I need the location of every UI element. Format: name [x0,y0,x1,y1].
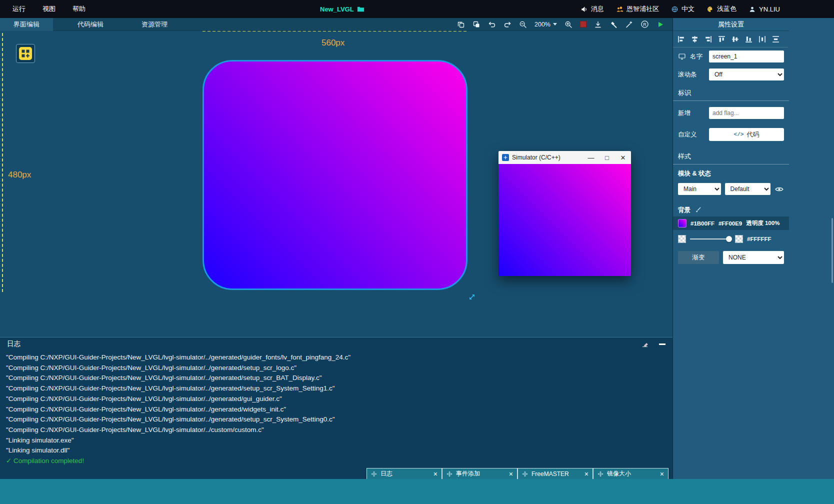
user-icon [748,6,756,13]
dock-tab[interactable]: 镜像大小 × [593,468,668,479]
toolbar-actions: 200% [457,20,672,28]
simulator-titlebar[interactable]: Simulator (C/C++) — □ ✕ [498,151,631,164]
opacity-slider[interactable] [690,238,731,240]
zoom-out-icon[interactable] [519,20,527,28]
state-select[interactable]: Default [725,183,771,195]
copy-icon[interactable] [457,20,465,28]
code-button[interactable]: </> 代码 [709,128,784,141]
dock-tab[interactable]: 日志 × [366,468,442,479]
property-panel-title: 属性设置 [673,18,789,31]
scrollbar-select[interactable]: Off [709,68,784,80]
screen-monitor-icon [678,52,686,60]
gradient-direction-select[interactable]: NONE [723,251,784,264]
panel-scrollbar[interactable] [832,218,833,283]
clear-log-eraser-icon[interactable] [641,340,649,348]
log-panel: 日志 "Compiling C:/NXP/GUI-Guider-Projects… [0,337,672,468]
width-guide-line [202,31,466,32]
messages-label: 消息 [591,4,604,14]
play-icon[interactable] [656,20,664,28]
export-code-icon[interactable] [594,20,602,28]
close-icon[interactable]: × [509,470,513,478]
theme-button[interactable]: 浅蓝色 [706,4,736,14]
bg-color1-value: #1B00FF [690,220,714,226]
align-top-icon[interactable] [718,35,726,44]
close-icon[interactable]: × [434,470,438,478]
theme-label: 浅蓝色 [717,4,736,14]
close-icon[interactable]: × [584,470,588,478]
gradient-direction-row: 渐变 NONE [673,248,789,267]
align-middle-icon[interactable] [731,35,740,44]
resize-handle-icon[interactable] [468,293,476,301]
messages-button[interactable]: 消息 [580,4,604,14]
log-line: "Linking simulator.exe" [6,436,666,446]
module-state-label: 模块 & 状态 [673,164,789,180]
module-select[interactable]: Main [678,183,721,195]
move-icon[interactable] [598,471,604,477]
background-color-row: #1B00FF #FF00E9 透明度 100% [673,216,789,230]
height-dimension-label: 480px [8,170,31,180]
name-label: 名字 [690,52,702,61]
stop-icon[interactable] [580,21,586,28]
transparent-color-icon[interactable] [678,235,686,243]
zoom-in-icon[interactable] [564,20,572,28]
tab-ui-editor[interactable]: 界面编辑 [0,18,53,31]
zoom-level-select[interactable]: 200% [534,21,557,28]
close-icon[interactable]: ✕ [615,151,631,164]
log-body: "Compiling C:/NXP/GUI-Guider-Projects/Ne… [0,350,672,468]
magic-wand-icon[interactable] [625,20,633,28]
minimize-log-icon[interactable] [659,344,666,345]
visibility-eye-icon[interactable] [774,184,784,194]
maximize-icon[interactable]: □ [599,151,615,164]
simulator-screen[interactable] [498,164,631,276]
tab-code-editor[interactable]: 代码编辑 [64,18,117,31]
window-controls: — □ ✕ [583,151,631,164]
menubar: 运行 视图 帮助 New_LVGL 消息 恩智浦社区 [0,0,834,18]
redo-icon[interactable] [504,20,512,28]
duplicate-icon[interactable] [472,20,480,28]
distribute-vertical-icon[interactable] [772,35,780,44]
project-title-label: New_LVGL [320,6,354,13]
height-guide-line [2,33,3,292]
slider-handle[interactable] [726,236,732,242]
menu-item[interactable]: 帮助 [64,0,94,18]
name-input[interactable] [709,50,784,62]
screen-widget[interactable] [202,60,468,290]
distribute-horizontal-icon[interactable] [758,35,766,44]
move-icon[interactable] [522,471,528,477]
log-line: "Compiling C:/NXP/GUI-Guider-Projects/Ne… [6,352,666,363]
undo-icon[interactable] [488,20,496,28]
menu-item[interactable]: 视图 [34,0,64,18]
align-left-icon[interactable] [677,35,686,44]
build-hammer-icon[interactable] [610,20,618,28]
add-flag-row: 新增 [673,101,789,122]
add-flag-input[interactable] [709,107,784,119]
user-button[interactable]: YN.LIU [748,6,780,13]
editor-column: 界面编辑 代码编辑 资源管理 [0,18,672,479]
widget-palette-button[interactable] [16,44,35,63]
design-canvas[interactable]: 560px 480px [0,31,672,337]
move-icon[interactable] [371,471,377,477]
move-icon[interactable] [446,471,452,477]
run-r-circle-icon[interactable]: R [640,20,649,28]
language-button[interactable]: 中文 [671,4,694,14]
background-label: 背景 [673,198,789,216]
background-color-swatch[interactable] [678,219,686,228]
folder-icon [357,6,364,12]
community-icon [616,6,624,13]
minimize-icon[interactable]: — [583,151,599,164]
close-icon[interactable]: × [660,470,664,478]
flags-section-title: 标识 [673,84,789,101]
align-right-icon[interactable] [704,35,712,44]
community-button[interactable]: 恩智浦社区 [616,4,659,14]
menu-item[interactable]: 运行 [4,0,34,18]
dock-tab[interactable]: FreeMASTER × [518,468,593,479]
property-panel: 属性设置 名字 滚动条 [672,18,834,479]
dock-tab[interactable]: 事件添加 × [442,468,518,479]
gradient-color-swatch[interactable] [735,235,743,243]
tab-resource-manager[interactable]: 资源管理 [128,18,181,31]
align-center-horizontal-icon[interactable] [690,35,699,44]
simulator-window[interactable]: Simulator (C/C++) — □ ✕ [498,151,631,276]
widgets-icon [19,47,32,60]
align-bottom-icon[interactable] [744,35,753,44]
paint-brush-icon [694,206,702,214]
